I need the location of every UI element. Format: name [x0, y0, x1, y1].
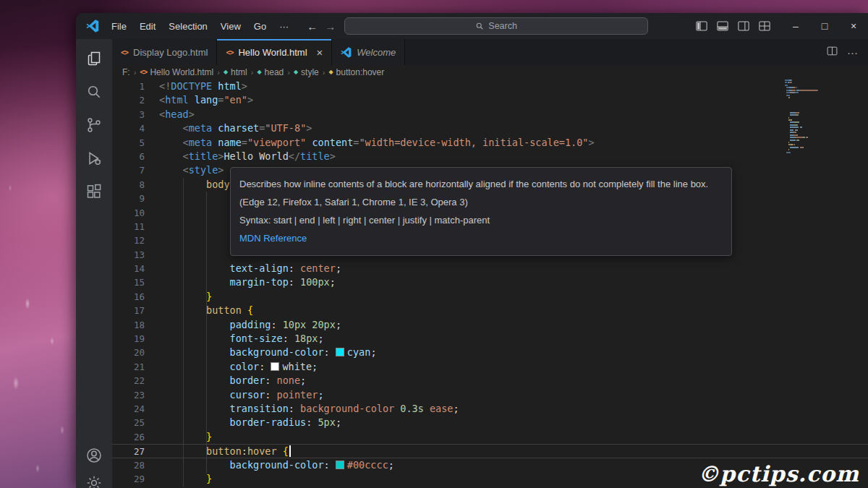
- line-number: 12: [112, 234, 145, 247]
- code-text: text-align: center;: [145, 262, 341, 275]
- code-text: padding: 10px 20px;: [145, 318, 341, 332]
- search-icon: [475, 22, 484, 30]
- code-line: 19 font-size: 18px;: [112, 332, 868, 346]
- line-number: 13: [112, 248, 145, 262]
- symbol-hover-icon: ◆: [328, 69, 333, 75]
- menu-more[interactable]: ···: [273, 19, 295, 34]
- code-text: [145, 220, 159, 234]
- close-tab-icon[interactable]: ×: [317, 47, 323, 58]
- minimap[interactable]: [785, 80, 850, 154]
- activity-search-icon[interactable]: [78, 75, 110, 108]
- tab-label: Display Logo.html: [133, 47, 208, 58]
- tooltip-browser-support: (Edge 12, Firefox 1, Safari 1, Chrome 1,…: [239, 196, 723, 210]
- color-swatch: [271, 362, 279, 371]
- code-text: <meta charset="UTF-8">: [145, 121, 312, 135]
- tab-strip: <>Display Logo.html<>Hello World.html×We…: [112, 39, 405, 65]
- code-lines: 1<!DOCTYPE html>2<html lang="en">3<head>…: [112, 80, 868, 488]
- code-text: [145, 234, 159, 247]
- toggle-panel-icon[interactable]: [715, 20, 729, 33]
- breadcrumb-item-f[interactable]: F:: [122, 67, 130, 77]
- code-line: 14 text-align: center;: [112, 262, 868, 275]
- line-number: 9: [112, 192, 145, 205]
- toggle-secondary-sidebar-icon[interactable]: [736, 20, 750, 33]
- history-nav: ← →: [307, 20, 336, 33]
- vscode-icon: [341, 47, 352, 58]
- code-text: button {: [145, 304, 253, 317]
- code-text: }: [145, 472, 212, 486]
- toggle-primary-sidebar-icon[interactable]: [694, 20, 708, 33]
- tooltip-description: Describes how inline contents of a block…: [239, 178, 723, 192]
- title-bar: FileEditSelectionViewGo··· ← → Search –□…: [76, 13, 868, 39]
- menu-go[interactable]: Go: [247, 19, 273, 34]
- code-text: background-color: cyan;: [145, 346, 377, 359]
- code-line: 3<head>: [112, 108, 868, 121]
- line-number: 25: [112, 416, 145, 429]
- tab-welcome[interactable]: Welcome: [332, 39, 405, 65]
- menu-view[interactable]: View: [214, 19, 247, 34]
- breadcrumb-item-style[interactable]: ◆style: [294, 67, 319, 77]
- line-number: 26: [112, 430, 145, 444]
- code-text: }: [145, 430, 212, 444]
- code-text: [145, 248, 159, 262]
- code-text: [145, 192, 159, 205]
- code-text: <!DOCTYPE html>: [145, 80, 247, 93]
- breadcrumb-item-button-hover[interactable]: ◆button:hover: [328, 67, 384, 77]
- breadcrumb: F:›<>Hello World.html›◆html›◆head›◆style…: [112, 65, 868, 80]
- back-button[interactable]: ←: [307, 20, 318, 33]
- tab-hello-world-html[interactable]: <>Hello World.html×: [217, 39, 332, 65]
- layout-controls: [694, 20, 771, 33]
- customize-layout-icon[interactable]: [757, 20, 771, 33]
- line-number: 19: [112, 332, 145, 346]
- breadcrumb-label: style: [301, 67, 319, 77]
- search-input[interactable]: Search: [344, 17, 648, 35]
- line-number: 24: [112, 402, 145, 416]
- menu-selection[interactable]: Selection: [162, 19, 213, 34]
- code-line: 1<!DOCTYPE html>: [112, 80, 868, 93]
- editor-actions: ···: [816, 39, 868, 65]
- maximize-button[interactable]: □: [810, 13, 839, 39]
- activity-settings-icon[interactable]: [78, 472, 110, 488]
- activity-run-debug-icon[interactable]: [78, 142, 110, 175]
- breadcrumb-separator-icon: ›: [134, 68, 137, 77]
- code-text: body: [145, 178, 230, 192]
- menu-edit[interactable]: Edit: [133, 19, 162, 34]
- breadcrumb-item-head[interactable]: ◆head: [257, 67, 284, 77]
- code-area[interactable]: 1<!DOCTYPE html>2<html lang="en">3<head>…: [112, 80, 868, 488]
- activity-explorer-icon[interactable]: [78, 42, 110, 75]
- activity-account-icon[interactable]: [78, 439, 110, 472]
- breadcrumb-label: html: [231, 67, 247, 77]
- line-number: 14: [112, 262, 145, 275]
- breadcrumb-item-hello-world-html[interactable]: <>Hello World.html: [140, 67, 213, 77]
- line-number: 11: [112, 220, 145, 234]
- line-number: 2: [112, 93, 145, 107]
- code-text: <meta name="viewport" content="width=dev…: [145, 136, 595, 150]
- minimize-button[interactable]: –: [781, 13, 810, 39]
- code-text: background-color: #00cccc;: [145, 458, 394, 472]
- html-file-icon: <>: [121, 48, 128, 56]
- html-file-icon: <>: [140, 69, 147, 76]
- search-placeholder: Search: [488, 21, 517, 31]
- mdn-reference-link[interactable]: MDN Reference: [239, 232, 723, 246]
- line-number: 10: [112, 206, 145, 220]
- code-text: button:hover {: [145, 445, 291, 457]
- vscode-window: FileEditSelectionViewGo··· ← → Search –□…: [76, 13, 868, 488]
- code-text: <style>: [145, 163, 224, 177]
- code-text: <html lang="en">: [145, 93, 253, 107]
- menu-file[interactable]: File: [105, 19, 133, 34]
- code-text: border: none;: [145, 374, 306, 388]
- split-editor-icon[interactable]: [826, 45, 838, 59]
- code-line: 25 border-radius: 5px;: [112, 416, 868, 429]
- code-line: 24 transition: background-color 0.3s eas…: [112, 402, 868, 416]
- code-line: 18 padding: 10px 20px;: [112, 318, 868, 332]
- color-swatch: [336, 348, 344, 356]
- forward-button[interactable]: →: [325, 20, 336, 33]
- code-line: 17 button {: [112, 304, 868, 317]
- code-line: 26 }: [112, 430, 868, 444]
- activity-source-control-icon[interactable]: [78, 108, 110, 142]
- tab-display-logo-html[interactable]: <>Display Logo.html: [112, 39, 217, 65]
- breadcrumb-label: button:hover: [336, 67, 385, 77]
- activity-extensions-icon[interactable]: [78, 175, 110, 208]
- close-button[interactable]: ×: [839, 13, 868, 39]
- breadcrumb-item-html[interactable]: ◆html: [224, 67, 247, 77]
- more-actions-icon[interactable]: ···: [847, 46, 858, 59]
